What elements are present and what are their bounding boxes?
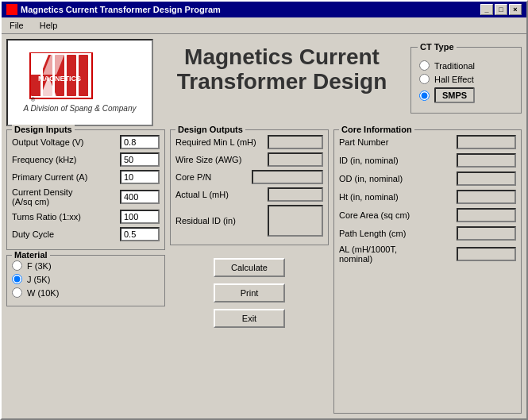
logo-section: MAGNETICS ® A Division of Spang & Compan… [6,39,153,126]
header-title: Magnetics Current Transformer Design [166,45,398,94]
output-voltage-input[interactable] [120,135,160,149]
logo-svg: MAGNETICS ® [29,52,132,104]
close-button[interactable]: × [509,4,522,15]
material-j-label[interactable]: J (5K) [27,275,50,284]
design-outputs-box: Design Outputs Required Min L (mH) Wire … [170,129,329,245]
actual-l-label: Actual L (mH) [175,190,268,199]
current-density-input[interactable] [120,190,160,204]
od-nominal-label: OD (in, nominal) [339,174,457,183]
part-number-label: Part Number [339,137,457,147]
id-nominal-input[interactable] [457,153,516,168]
primary-current-input[interactable] [120,170,160,184]
ct-traditional-row: Traditional [419,60,513,71]
al-nominal-label: AL (mH/1000T,nominal) [339,245,457,264]
menu-bar: File Help [2,17,526,34]
output-voltage-label: Output Voltage (V) [12,137,120,147]
ht-nominal-label: Ht (in, nominal) [339,192,457,202]
duty-cycle-row: Duty Cycle [12,227,160,241]
calculate-button[interactable]: Calculate [214,258,285,277]
print-button[interactable]: Print [214,283,285,302]
duty-cycle-label: Duty Cycle [12,229,120,239]
ct-smps-row: SMPS [419,87,513,103]
material-j-row: J (5K) [12,274,160,284]
material-f-label[interactable]: F (3K) [27,261,52,271]
ct-traditional-label[interactable]: Traditional [434,61,475,71]
wire-size-label: Wire Size (AWG) [175,155,268,164]
ct-smps-radio[interactable] [419,91,430,101]
core-pn-input[interactable] [252,170,323,184]
duty-cycle-input[interactable] [120,227,160,241]
design-inputs-box: Design Inputs Output Voltage (V) Frequen… [6,129,165,250]
right-panel: Core Information Part Number ID (in, nom… [333,129,522,414]
core-pn-label: Core P/N [175,172,252,182]
logo-subtitle: A Division of Spang & Company [24,104,137,113]
top-section: MAGNETICS ® A Division of Spang & Compan… [2,34,526,126]
ct-type-radio-group: Traditional Hall Effect SMPS [419,60,513,103]
required-min-l-row: Required Min L (mH) [175,135,323,149]
current-density-row: Current Density(A/sq cm) [12,187,160,206]
header-section: Magnetics Current Transformer Design [160,39,404,101]
maximize-button[interactable]: □ [495,4,507,15]
id-nominal-label: ID (in, nominal) [339,156,457,165]
al-nominal-row: AL (mH/1000T,nominal) [339,245,516,264]
svg-text:®: ® [31,97,36,102]
ct-smps-label[interactable]: SMPS [434,87,475,103]
menu-file[interactable]: File [5,19,29,32]
svg-text:MAGNETICS: MAGNETICS [38,75,81,83]
ct-halleffect-radio[interactable] [419,74,430,84]
ct-type-box: CT Type Traditional Hall Effect SMPS [410,47,522,114]
wire-size-row: Wire Size (AWG) [175,152,323,167]
output-voltage-row: Output Voltage (V) [12,135,160,149]
residual-id-row: Residual ID (in) [175,205,323,237]
primary-current-label: Primary Current (A) [12,172,120,182]
minimize-button[interactable]: _ [480,4,493,15]
required-min-l-label: Required Min L (mH) [175,137,268,147]
material-label: Material [12,250,50,260]
path-length-input[interactable] [457,226,516,241]
material-w-radio[interactable] [12,287,22,298]
core-area-input[interactable] [457,208,516,222]
wire-size-input[interactable] [268,152,323,167]
id-nominal-row: ID (in, nominal) [339,153,516,168]
primary-current-row: Primary Current (A) [12,170,160,184]
menu-help[interactable]: Help [35,19,63,32]
material-w-label[interactable]: W (10K) [27,288,59,298]
center-panel: Design Outputs Required Min L (mH) Wire … [170,129,329,414]
actual-l-row: Actual L (mH) [175,187,323,202]
part-number-input[interactable] [457,135,516,149]
exit-button[interactable]: Exit [214,309,285,328]
od-nominal-input[interactable] [457,171,516,186]
core-area-label: Core Area (sq cm) [339,210,457,220]
core-area-row: Core Area (sq cm) [339,208,516,222]
residual-id-input[interactable] [268,205,323,237]
ct-halleffect-label[interactable]: Hall Effect [434,75,474,84]
main-content: Design Inputs Output Voltage (V) Frequen… [2,126,526,418]
turns-ratio-label: Turns Ratio (1:xx) [12,212,120,222]
title-bar: Magnetics Current Transformer Design Pro… [2,2,526,17]
actual-l-input[interactable] [268,187,323,202]
material-j-radio[interactable] [12,274,22,284]
ht-nominal-input[interactable] [457,190,516,204]
title-controls[interactable]: _ □ × [480,4,522,15]
path-length-label: Path Length (cm) [339,229,457,238]
ct-traditional-radio[interactable] [419,60,430,71]
frequency-row: Frequency (kHz) [12,152,160,167]
path-length-row: Path Length (cm) [339,226,516,241]
app-icon [6,4,17,15]
al-nominal-input[interactable] [457,247,516,261]
core-info-box: Core Information Part Number ID (in, nom… [333,129,522,414]
material-f-row: F (3K) [12,260,160,271]
od-nominal-row: OD (in, nominal) [339,171,516,186]
design-outputs-label: Design Outputs [175,125,245,134]
material-w-row: W (10K) [12,287,160,298]
required-min-l-input[interactable] [268,135,323,149]
material-f-radio[interactable] [12,260,22,271]
core-pn-row: Core P/N [175,170,323,184]
design-inputs-label: Design Inputs [12,125,75,134]
window-title: Magnetics Current Transformer Design Pro… [21,5,221,14]
header-line2: Transformer Design [177,69,387,94]
frequency-input[interactable] [120,152,160,167]
turns-ratio-input[interactable] [120,210,160,224]
material-box: Material F (3K) J (5K) W (10K) [6,255,165,306]
current-density-label: Current Density(A/sq cm) [12,187,120,206]
